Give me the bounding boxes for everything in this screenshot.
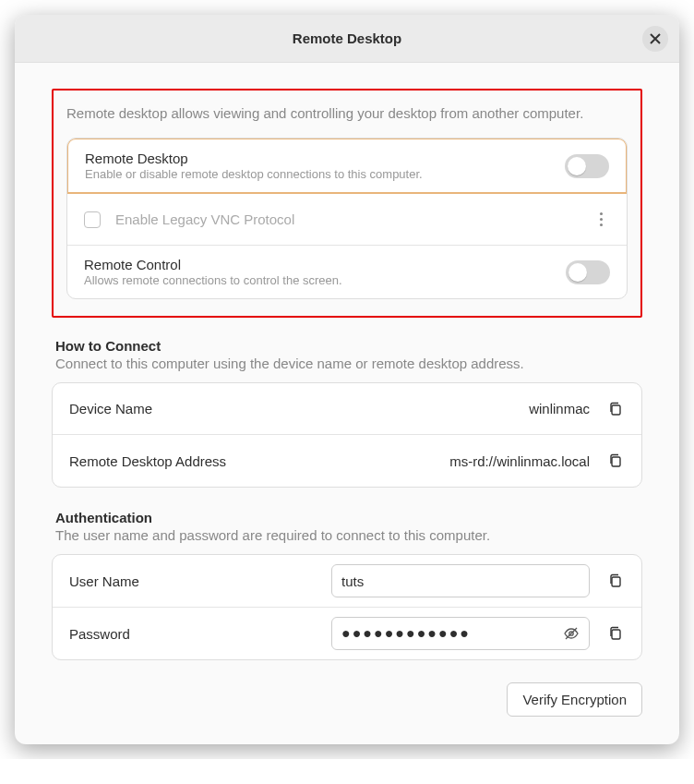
legacy-vnc-row: Enable Legacy VNC Protocol (67, 194, 627, 246)
eye-off-icon (563, 625, 580, 642)
username-row: User Name tuts (53, 555, 641, 608)
svg-rect-1 (612, 457, 620, 466)
copy-icon (608, 573, 623, 588)
copy-icon (608, 402, 623, 416)
legacy-vnc-label: Enable Legacy VNC Protocol (115, 211, 592, 227)
authentication-section: Authentication The user name and passwor… (52, 510, 642, 660)
intro-text: Remote desktop allows viewing and contro… (66, 103, 628, 123)
device-name-label: Device Name (69, 401, 152, 416)
device-name-value: winlinmac (529, 401, 590, 416)
main-settings-card: Remote Desktop Enable or disable remote … (66, 138, 628, 299)
connect-section-title: How to Connect (55, 338, 639, 354)
auth-section-title: Authentication (55, 510, 639, 525)
toggle-knob (568, 263, 587, 282)
password-row: Password ●●●●●●●●●●●● (53, 608, 641, 659)
legacy-vnc-checkbox[interactable] (84, 211, 101, 228)
remote-address-value: ms-rd://winlinmac.local (449, 453, 590, 469)
remote-control-title: Remote Control (84, 257, 566, 272)
reveal-password-button[interactable] (563, 625, 580, 642)
username-input[interactable]: tuts (331, 564, 590, 597)
highlight-region: Remote desktop allows viewing and contro… (52, 89, 642, 318)
footer-actions: Verify Encryption (52, 682, 642, 717)
auth-section-subtitle: The user name and password are required … (55, 527, 639, 543)
verify-encryption-button[interactable]: Verify Encryption (507, 682, 642, 717)
copy-device-name-button[interactable] (606, 400, 625, 418)
copy-icon (608, 626, 623, 641)
legacy-vnc-menu-button[interactable] (592, 212, 610, 226)
svg-rect-2 (612, 577, 620, 586)
remote-control-row: Remote Control Allows remote connections… (67, 246, 627, 298)
remote-desktop-subtitle: Enable or disable remote desktop connect… (85, 167, 565, 181)
remote-control-subtitle: Allows remote connections to control the… (84, 273, 566, 287)
close-button[interactable] (642, 26, 668, 52)
close-icon (650, 33, 661, 44)
device-name-row: Device Name winlinmac (53, 383, 641, 435)
titlebar: Remote Desktop (15, 15, 679, 63)
password-label: Password (69, 626, 130, 642)
svg-rect-5 (612, 630, 620, 639)
copy-username-button[interactable] (606, 572, 625, 590)
password-input[interactable]: ●●●●●●●●●●●● (331, 617, 590, 650)
toggle-knob (568, 157, 586, 175)
auth-card: User Name tuts Password ●●●●●●●●●●●● (52, 554, 642, 660)
window-title: Remote Desktop (293, 30, 401, 46)
svg-rect-0 (612, 405, 620, 415)
copy-icon (608, 453, 623, 468)
username-value: tuts (341, 573, 580, 589)
copy-address-button[interactable] (606, 452, 625, 470)
password-mask: ●●●●●●●●●●●● (341, 625, 563, 642)
connect-card: Device Name winlinmac Remote Desktop Add… (52, 382, 642, 488)
remote-desktop-row: Remote Desktop Enable or disable remote … (66, 138, 628, 194)
username-label: User Name (69, 573, 139, 589)
copy-password-button[interactable] (606, 624, 625, 643)
remote-address-label: Remote Desktop Address (69, 453, 226, 469)
remote-control-toggle[interactable] (566, 260, 610, 284)
remote-desktop-title: Remote Desktop (85, 151, 565, 166)
remote-address-row: Remote Desktop Address ms-rd://winlinmac… (53, 435, 641, 487)
remote-desktop-toggle[interactable] (565, 154, 609, 178)
content-area: Remote desktop allows viewing and contro… (15, 63, 679, 744)
how-to-connect-section: How to Connect Connect to this computer … (52, 338, 642, 488)
connect-section-subtitle: Connect to this computer using the devic… (55, 356, 639, 371)
remote-desktop-window: Remote Desktop Remote desktop allows vie… (15, 15, 679, 744)
